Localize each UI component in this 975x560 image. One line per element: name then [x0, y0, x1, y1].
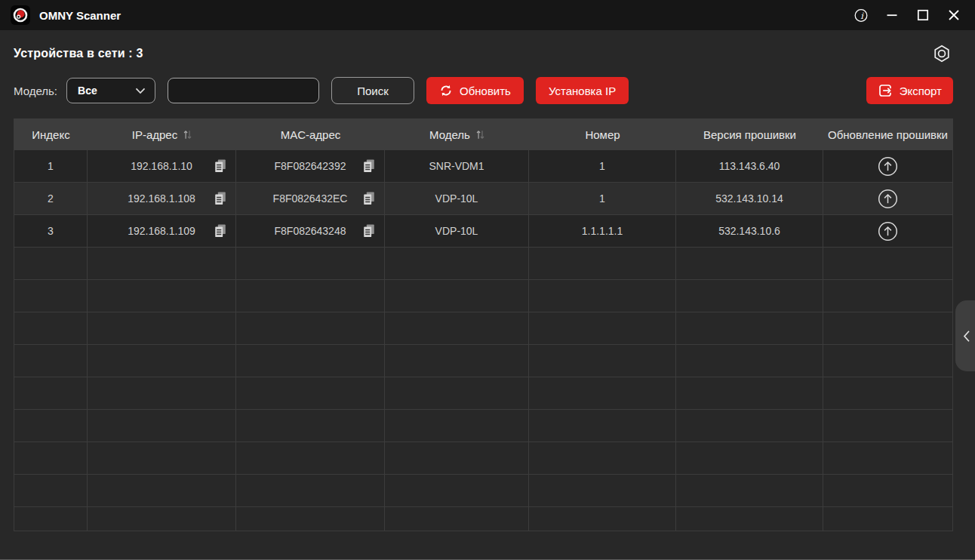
- copy-mac-icon[interactable]: [362, 158, 376, 174]
- export-button-label: Экспорт: [900, 85, 942, 97]
- table-row-empty: [14, 280, 952, 312]
- titlebar: OMNY Scanner i: [0, 0, 975, 30]
- cell-number: 1.1.1.1.1: [529, 215, 676, 247]
- model-select[interactable]: Все: [66, 78, 155, 103]
- cell-mac: F8F082642392: [236, 150, 385, 182]
- table-row[interactable]: 2 192.168.1.108 F8F0826432EC VDP-10L 1 5…: [14, 183, 952, 215]
- cell-ip: 192.168.1.108: [88, 183, 236, 214]
- cell-ip: 192.168.1.109: [88, 215, 236, 247]
- side-panel-collapse-handle[interactable]: [955, 300, 975, 371]
- cell-index: 1: [14, 150, 88, 182]
- set-ip-button[interactable]: Установка IP: [536, 77, 629, 104]
- svg-text:i: i: [860, 10, 864, 20]
- model-label: Модель:: [14, 85, 57, 97]
- firmware-upload-icon[interactable]: [878, 189, 898, 209]
- table-row-empty: [14, 507, 952, 531]
- cell-mac: F8F0826432EC: [236, 183, 385, 214]
- cell-index: 3: [14, 215, 88, 247]
- sort-icon: [476, 130, 484, 140]
- table-row-empty: [14, 312, 952, 345]
- minimize-icon[interactable]: [884, 8, 900, 23]
- info-icon[interactable]: i: [854, 8, 869, 23]
- table-row[interactable]: 3 192.168.1.109 F8F082643248 VDP-10L 1.1…: [14, 215, 952, 248]
- cell-firmware-update: [823, 150, 952, 182]
- search-input[interactable]: [168, 78, 319, 103]
- cell-number: 1: [529, 183, 676, 214]
- firmware-upload-icon[interactable]: [878, 221, 898, 242]
- cell-index: 2: [14, 183, 88, 214]
- table-header-row: Индекс IP-адрес MAC-адрес Модель: [14, 118, 952, 150]
- cell-firmware-update: [823, 183, 952, 214]
- cell-model: VDP-10L: [385, 183, 529, 214]
- table-row-empty: [14, 475, 952, 507]
- titlebar-controls: i: [854, 8, 964, 23]
- toolbar: Модель: Все Поиск Обновить: [14, 76, 953, 105]
- export-icon: [878, 83, 893, 98]
- main-content: Устройства в сети : 3 Модель: Все Поиск: [0, 42, 975, 531]
- refresh-button-label: Обновить: [460, 85, 511, 97]
- settings-gear-icon[interactable]: [930, 42, 953, 65]
- column-header-firmware: Версия прошивки: [676, 118, 823, 150]
- column-header-index: Индекс: [14, 118, 88, 150]
- search-button[interactable]: Поиск: [331, 77, 414, 104]
- table-row[interactable]: 1 192.168.1.10 F8F082642392 SNR-VDM1 1 1…: [14, 150, 952, 183]
- cell-firmware-update: [823, 215, 952, 247]
- cell-number: 1: [529, 150, 676, 182]
- cell-model: SNR-VDM1: [385, 150, 529, 182]
- copy-mac-icon[interactable]: [362, 223, 376, 238]
- column-header-ip[interactable]: IP-адрес: [88, 118, 236, 150]
- cell-firmware: 532.143.10.6: [676, 215, 823, 247]
- refresh-icon: [439, 84, 453, 97]
- table-row-empty: [14, 377, 952, 410]
- export-button[interactable]: Экспорт: [866, 77, 953, 104]
- page-header: Устройства в сети : 3: [14, 42, 953, 65]
- omny-logo-icon: [11, 5, 30, 25]
- table-body: 1 192.168.1.10 F8F082642392 SNR-VDM1 1 1…: [14, 150, 952, 531]
- chevron-left-icon: [963, 330, 970, 343]
- maximize-icon[interactable]: [915, 8, 930, 23]
- app-window: OMNY Scanner i Устройства в сети : 3: [0, 0, 975, 560]
- cell-mac: F8F082643248: [236, 215, 385, 247]
- chevron-down-icon: [135, 88, 146, 94]
- table-row-empty: [14, 345, 952, 377]
- window-title: OMNY Scanner: [39, 9, 121, 22]
- column-header-number: Номер: [529, 118, 676, 150]
- cell-ip: 192.168.1.10: [88, 150, 236, 182]
- column-header-model[interactable]: Модель: [385, 118, 529, 150]
- device-table: Индекс IP-адрес MAC-адрес Модель: [14, 118, 953, 531]
- table-row-empty: [14, 248, 952, 280]
- model-select-value: Все: [78, 85, 97, 97]
- device-count-label: Устройства в сети : 3: [14, 47, 143, 60]
- column-header-firmware-update: Обновление прошивки: [823, 118, 952, 150]
- cell-firmware: 532.143.10.14: [676, 183, 823, 214]
- close-icon[interactable]: [946, 8, 961, 23]
- cell-model: VDP-10L: [385, 215, 529, 247]
- column-header-mac: MAC-адрес: [236, 118, 385, 150]
- cell-firmware: 113.143.6.40: [676, 150, 823, 182]
- table-row-empty: [14, 442, 952, 475]
- refresh-button[interactable]: Обновить: [426, 77, 524, 104]
- table-row-empty: [14, 410, 952, 442]
- copy-ip-icon[interactable]: [214, 158, 227, 174]
- copy-ip-icon[interactable]: [214, 191, 227, 206]
- firmware-upload-icon[interactable]: [878, 156, 898, 177]
- copy-mac-icon[interactable]: [362, 191, 376, 206]
- copy-ip-icon[interactable]: [214, 223, 227, 238]
- sort-icon: [183, 130, 192, 140]
